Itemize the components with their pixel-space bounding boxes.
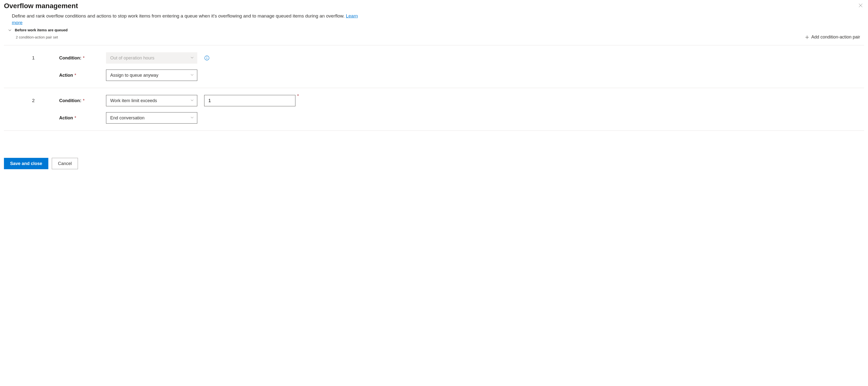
action-select-value: Assign to queue anyway: [106, 69, 197, 81]
condition-action-pair: 2 Condition:* Work item limit exceeds * …: [4, 88, 864, 131]
section-subtitle: 2 condition-action pair set: [16, 35, 58, 39]
close-icon: [858, 3, 863, 8]
svg-point-6: [207, 57, 207, 57]
section-title: Before work items are queued: [15, 28, 68, 32]
required-indicator: *: [74, 73, 76, 78]
condition-select: Out of operation hours: [106, 52, 197, 64]
action-select[interactable]: End conversation: [106, 112, 197, 124]
action-select[interactable]: Assign to queue anyway: [106, 69, 197, 81]
close-button[interactable]: [857, 2, 864, 9]
condition-label: Condition:*: [59, 98, 106, 103]
limit-value-input[interactable]: [204, 95, 296, 106]
info-icon[interactable]: [204, 55, 210, 61]
condition-select-value: Out of operation hours: [106, 52, 197, 64]
chevron-down-icon: [8, 28, 12, 32]
required-indicator: *: [74, 115, 76, 120]
add-pair-label: Add condition-action pair: [811, 34, 860, 40]
footer-actions: Save and close Cancel: [4, 158, 864, 169]
action-select-value: End conversation: [106, 112, 197, 124]
save-and-close-button[interactable]: Save and close: [4, 158, 48, 169]
action-label: Action*: [59, 73, 106, 78]
pair-index: 2: [32, 98, 59, 103]
required-indicator: *: [83, 98, 85, 103]
section-header[interactable]: Before work items are queued: [8, 28, 864, 32]
cancel-button[interactable]: Cancel: [52, 158, 78, 169]
page-title: Overflow management: [4, 2, 78, 10]
action-label: Action*: [59, 115, 106, 121]
pair-index: 1: [32, 55, 59, 61]
add-condition-action-button[interactable]: Add condition-action pair: [803, 34, 862, 41]
required-indicator: *: [83, 56, 85, 60]
condition-select-value: Work item limit exceeds: [106, 95, 197, 106]
description-text: Define and rank overflow conditions and …: [12, 13, 346, 19]
plus-icon: [805, 35, 809, 39]
condition-select[interactable]: Work item limit exceeds: [106, 95, 197, 106]
page-description: Define and rank overflow conditions and …: [12, 13, 362, 26]
condition-action-pair: 1 Condition:* Out of operation hours: [4, 46, 864, 88]
required-indicator: *: [297, 93, 299, 99]
condition-label: Condition:*: [59, 56, 106, 61]
